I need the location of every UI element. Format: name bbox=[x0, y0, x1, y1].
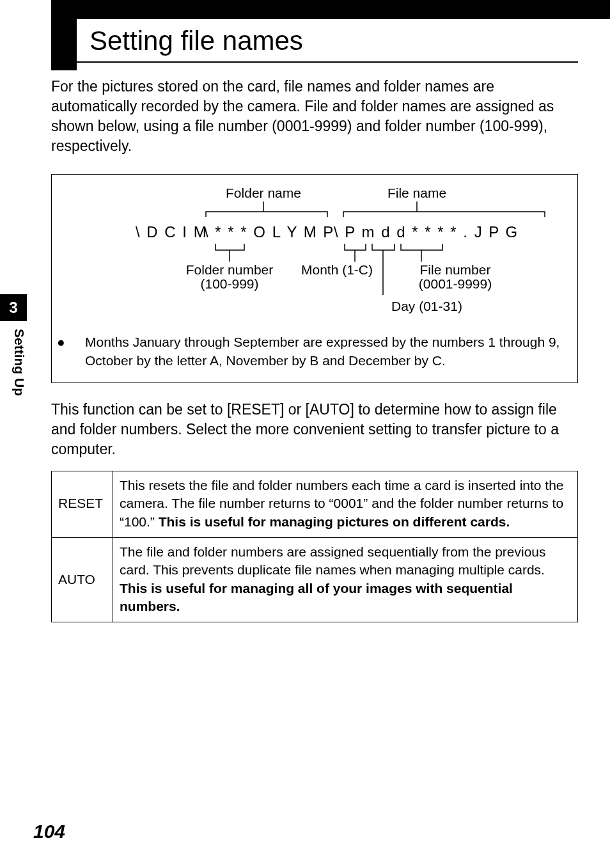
option-desc-reset-bold: This is useful for managing pictures on … bbox=[159, 514, 510, 529]
function-description: This function can be set to [RESET] or [… bbox=[51, 400, 578, 459]
option-desc-auto-bold: This is useful for managing all of your … bbox=[120, 581, 513, 613]
option-desc-reset: This resets the file and folder numbers … bbox=[113, 471, 578, 538]
month-label: Month (1-C) bbox=[301, 262, 373, 277]
intro-paragraph: For the pictures stored on the card, fil… bbox=[51, 77, 578, 156]
page-content: For the pictures stored on the card, fil… bbox=[51, 77, 578, 622]
folder-name-label: Folder name bbox=[226, 186, 301, 200]
banner-spine bbox=[51, 0, 66, 70]
option-key-auto: AUTO bbox=[52, 538, 113, 622]
table-row: RESET This resets the file and folder nu… bbox=[52, 471, 578, 538]
path-dcim: \ D C I M bbox=[136, 223, 208, 241]
chapter-number: 3 bbox=[0, 294, 27, 321]
page-title: Setting file names bbox=[90, 26, 303, 56]
day-label: Day (01-31) bbox=[391, 299, 462, 313]
months-note-text: Months January through September are exp… bbox=[85, 335, 559, 367]
filename-diagram-box: Folder name File name \ D C I M \ * * * … bbox=[51, 174, 578, 383]
option-desc-auto-plain: The file and folder numbers are assigned… bbox=[120, 544, 546, 577]
file-name-label: File name bbox=[387, 186, 446, 200]
filename-diagram-svg: Folder name File name \ D C I M \ * * * … bbox=[72, 186, 558, 327]
option-desc-auto: The file and folder numbers are assigned… bbox=[113, 538, 578, 622]
title-underline bbox=[51, 61, 578, 63]
page-number: 104 bbox=[33, 821, 65, 842]
file-number-label-l1: File number bbox=[420, 262, 491, 277]
chapter-tab: 3 Setting Up bbox=[0, 294, 27, 404]
path-olymp: \ * * * O L Y M P bbox=[204, 223, 334, 241]
option-key-reset: RESET bbox=[52, 471, 113, 538]
bullet-icon: ● bbox=[71, 333, 85, 351]
months-encoding-note: ●Months January through September are ex… bbox=[65, 333, 565, 370]
file-number-label-l2: (0001-9999) bbox=[419, 276, 492, 291]
folder-number-label-l1: Folder number bbox=[186, 262, 274, 277]
folder-number-label-l2: (100-999) bbox=[200, 276, 258, 291]
options-table: RESET This resets the file and folder nu… bbox=[51, 471, 578, 622]
path-pmdd: \ P m d d * * * * . J P G bbox=[334, 223, 519, 241]
chapter-label: Setting Up bbox=[0, 321, 27, 404]
table-row: AUTO The file and folder numbers are ass… bbox=[52, 538, 578, 622]
